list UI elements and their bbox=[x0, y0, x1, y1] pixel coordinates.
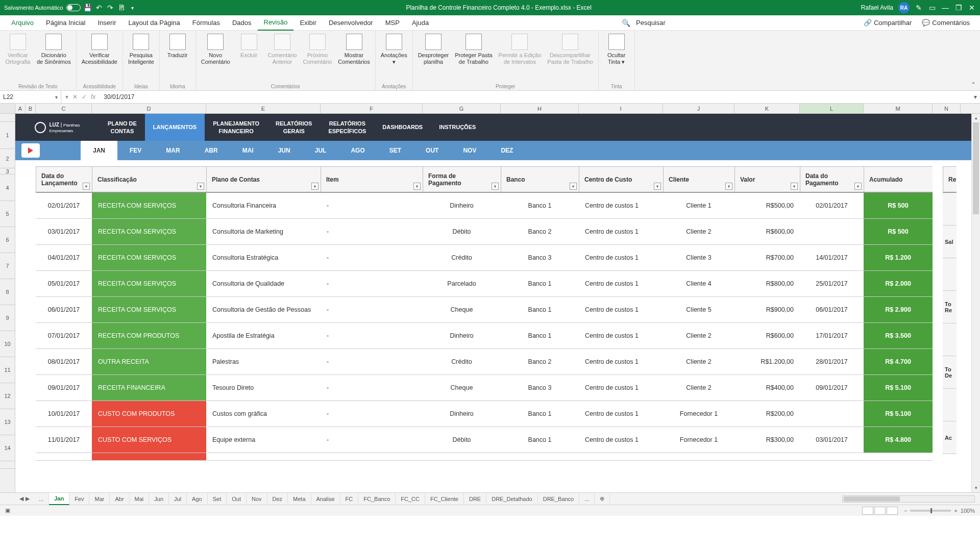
undo-icon[interactable]: ↶ bbox=[95, 4, 103, 12]
select-all-corner[interactable] bbox=[0, 104, 15, 113]
tab-nav-next-icon[interactable]: ▶ bbox=[26, 495, 30, 502]
ribbon-button[interactable]: Traduzir bbox=[165, 34, 190, 59]
ribbon-button[interactable]: Desprotegerplanilha bbox=[418, 34, 449, 65]
sheet-tab[interactable]: Ago bbox=[187, 493, 208, 505]
row-header[interactable]: 2 bbox=[0, 149, 15, 168]
table-cell[interactable]: Cliente 2 bbox=[663, 219, 734, 245]
filter-icon[interactable]: ▾ bbox=[654, 183, 661, 190]
table-cell[interactable]: Banco 1 bbox=[501, 297, 579, 323]
table-cell[interactable]: Centro de custos 1 bbox=[579, 323, 663, 349]
table-cell[interactable]: Cliente 1 bbox=[663, 193, 734, 219]
table-cell[interactable]: OUTRA RECEITA bbox=[92, 349, 206, 375]
menu-revisão[interactable]: Revisão bbox=[258, 15, 294, 31]
grid[interactable]: LUZ | PlanilhasEmpresariaisPLANO DECONTA… bbox=[15, 114, 980, 492]
sheet-tab[interactable]: FC_Cliente bbox=[425, 493, 464, 505]
filter-icon[interactable]: ▾ bbox=[311, 183, 318, 190]
table-cell[interactable]: Consultoria de Qualidade bbox=[206, 271, 321, 297]
ribbon-button[interactable]: VerificarAcessibilidade bbox=[82, 34, 117, 65]
table-cell[interactable]: R$700,00 bbox=[734, 245, 800, 271]
table-cell[interactable]: Banco 1 bbox=[501, 323, 579, 349]
table-cell[interactable] bbox=[800, 401, 864, 427]
table-cell[interactable]: 09/01/2017 bbox=[36, 375, 92, 401]
menu-página-inicial[interactable]: Página Inicial bbox=[40, 15, 91, 31]
table-cell[interactable]: R$900,00 bbox=[734, 297, 800, 323]
ribbon-button[interactable]: Proteger Pastade Trabalho bbox=[455, 34, 492, 65]
minimize-icon[interactable]: — bbox=[941, 4, 949, 12]
table-cell[interactable]: Cliente 2 bbox=[663, 323, 734, 349]
ribbon-button[interactable]: MostrarComentários bbox=[338, 34, 370, 65]
col-header-F[interactable]: F bbox=[321, 104, 423, 113]
month-tab-jun[interactable]: JUN bbox=[266, 141, 303, 160]
sheet-tab[interactable]: Mai bbox=[130, 493, 150, 505]
table-cell[interactable]: R$800,00 bbox=[734, 271, 800, 297]
filter-icon[interactable]: ▾ bbox=[791, 183, 798, 190]
table-cell[interactable]: 03/01/2017 bbox=[800, 427, 864, 453]
table-cell[interactable]: 03/01/2017 bbox=[36, 219, 92, 245]
record-macro-icon[interactable]: ▣ bbox=[5, 507, 10, 514]
zoom-slider[interactable] bbox=[910, 510, 951, 512]
filter-icon[interactable]: ▾ bbox=[413, 183, 421, 190]
table-cell[interactable]: Fornecedor 1 bbox=[663, 401, 734, 427]
table-cell[interactable]: Centro de custos 1 bbox=[579, 271, 663, 297]
col-header-A[interactable]: A bbox=[15, 104, 26, 113]
row-header[interactable]: 13 bbox=[0, 409, 15, 435]
fx-icon[interactable]: fx bbox=[91, 93, 95, 101]
table-cell[interactable]: 07/01/2017 bbox=[36, 323, 92, 349]
table-header[interactable]: Forma dePagamento▾ bbox=[423, 166, 501, 193]
month-tab-dez[interactable]: DEZ bbox=[488, 141, 525, 160]
table-cell[interactable]: CUSTO COM SERVIÇOS bbox=[92, 427, 206, 453]
table-cell[interactable]: Tesouro Direto bbox=[206, 375, 321, 401]
nav-tab[interactable]: PLANEJAMENTOFINANCEIRO bbox=[205, 114, 267, 141]
table-cell[interactable]: Banco 1 bbox=[501, 271, 579, 297]
table-cell[interactable]: Débito bbox=[423, 219, 501, 245]
name-box[interactable]: L22 bbox=[0, 91, 61, 103]
row-header[interactable]: 11 bbox=[0, 357, 15, 383]
table-cell[interactable]: Cliente 2 bbox=[663, 375, 734, 401]
sheet-tab[interactable]: DRE bbox=[464, 493, 486, 505]
row-header[interactable]: 12 bbox=[0, 383, 15, 409]
table-cell[interactable]: 14/01/2017 bbox=[800, 245, 864, 271]
table-cell[interactable]: Centro de custos 1 bbox=[579, 193, 663, 219]
sheet-tab[interactable]: Jul bbox=[169, 493, 187, 505]
table-cell[interactable]: RECEITA COM SERVIÇOS bbox=[92, 271, 206, 297]
table-cell[interactable]: Banco 3 bbox=[501, 245, 579, 271]
table-cell[interactable]: Centro de custos 1 bbox=[579, 401, 663, 427]
sheet-tab[interactable]: DRE_Banco bbox=[538, 493, 580, 505]
user-name[interactable]: Rafael Avila bbox=[861, 4, 893, 11]
filter-icon[interactable]: ▾ bbox=[197, 183, 204, 190]
table-cell[interactable]: Apostila de Estratégia bbox=[206, 323, 321, 349]
formula-input[interactable]: 30/01/2017 bbox=[100, 93, 971, 101]
table-cell[interactable]: R$ 4.700 bbox=[864, 349, 933, 375]
table-cell[interactable]: Dinheiro bbox=[423, 323, 501, 349]
table-cell[interactable]: Consultoria de Marketing bbox=[206, 219, 321, 245]
search-icon[interactable]: 🔍 bbox=[622, 19, 630, 27]
col-header-G[interactable]: G bbox=[423, 104, 501, 113]
table-cell[interactable]: - bbox=[321, 271, 423, 297]
table-cell[interactable]: 04/01/2017 bbox=[36, 245, 92, 271]
month-tab-jul[interactable]: JUL bbox=[303, 141, 339, 160]
table-cell[interactable]: - bbox=[321, 297, 423, 323]
table-cell[interactable]: CUSTO COM PRODUTOS bbox=[92, 401, 206, 427]
sheet-tab[interactable]: Fev bbox=[69, 493, 89, 505]
sheet-tab[interactable]: Meta bbox=[288, 493, 311, 505]
month-tab-mai[interactable]: MAI bbox=[230, 141, 266, 160]
avatar[interactable]: RA bbox=[898, 2, 910, 13]
sheet-tab[interactable]: Jan bbox=[49, 493, 69, 505]
zoom-out-icon[interactable]: − bbox=[904, 508, 907, 514]
table-cell[interactable]: RECEITA COM SERVIÇOS bbox=[92, 193, 206, 219]
filter-icon[interactable]: ▾ bbox=[725, 183, 732, 190]
table-cell[interactable]: Centro de custos 1 bbox=[579, 427, 663, 453]
table-cell[interactable]: - bbox=[321, 375, 423, 401]
sheet-tab[interactable]: Abr bbox=[110, 493, 129, 505]
sheet-tab[interactable]: FC_Banco bbox=[358, 493, 396, 505]
filter-icon[interactable]: ▾ bbox=[492, 183, 499, 190]
col-header-H[interactable]: H bbox=[501, 104, 579, 113]
touch-icon[interactable]: 🖹 bbox=[117, 4, 126, 12]
table-cell[interactable]: R$ 500 bbox=[864, 219, 933, 245]
row-header[interactable]: 9 bbox=[0, 305, 15, 331]
row-header[interactable]: 5 bbox=[0, 201, 15, 227]
table-cell[interactable]: 17/01/2017 bbox=[800, 323, 864, 349]
table-header[interactable]: Plano de Contas▾ bbox=[206, 166, 321, 193]
table-cell[interactable]: 11/01/2017 bbox=[36, 427, 92, 453]
filter-icon[interactable]: ▾ bbox=[83, 183, 90, 190]
